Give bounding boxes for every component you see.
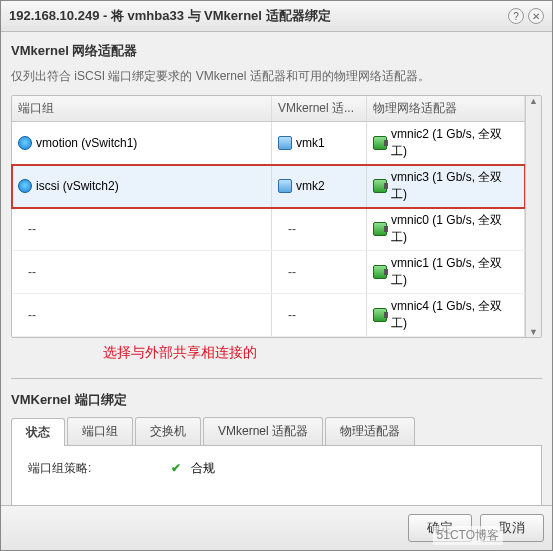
ok-button[interactable]: 确定 (408, 514, 472, 542)
dialog-footer: 确定 取消 (1, 505, 552, 550)
close-icon[interactable]: ✕ (528, 8, 544, 24)
nic-icon (373, 136, 387, 150)
table-row[interactable]: vmotion (vSwitch1)vmk1vmnic2 (1 Gb/s, 全双… (12, 122, 525, 165)
dialog-title: 192.168.10.249 - 将 vmhba33 与 VMkernel 适配… (9, 7, 504, 25)
help-icon[interactable]: ? (508, 8, 524, 24)
portgroup-icon (18, 179, 32, 193)
nic-name: vmnic1 (1 Gb/s, 全双工) (391, 255, 518, 289)
nic-name: vmnic0 (1 Gb/s, 全双工) (391, 212, 518, 246)
annotation-text: 选择与外部共享相连接的 (11, 338, 542, 370)
divider (11, 378, 542, 379)
table-header: 端口组 VMkernel 适... 物理网络适配器 (12, 96, 525, 122)
tab-1[interactable]: 端口组 (67, 417, 133, 445)
vmk-icon (278, 136, 292, 150)
vmkernel-heading: VMkernel 网络适配器 (11, 42, 542, 60)
vmkernel-desc: 仅列出符合 iSCSI 端口绑定要求的 VMkernel 适配器和可用的物理网络… (11, 68, 542, 85)
tab-0[interactable]: 状态 (11, 418, 65, 446)
policy-label: 端口组策略: (28, 460, 91, 477)
table-row[interactable]: ----vmnic1 (1 Gb/s, 全双工) (12, 251, 525, 294)
nic-icon (373, 308, 387, 322)
portgroup-name: -- (18, 308, 36, 322)
portgroup-name: vmotion (vSwitch1) (36, 136, 137, 150)
adapter-table: 端口组 VMkernel 适... 物理网络适配器 vmotion (vSwit… (11, 95, 542, 338)
col-vmkernel[interactable]: VMkernel 适... (272, 96, 367, 121)
nic-name: vmnic3 (1 Gb/s, 全双工) (391, 169, 518, 203)
binding-heading: VMKernel 端口绑定 (11, 391, 542, 409)
policy-value: ✔ 合规 (171, 460, 214, 477)
titlebar: 192.168.10.249 - 将 vmhba33 与 VMkernel 适配… (1, 1, 552, 32)
check-icon: ✔ (171, 461, 181, 475)
col-physical[interactable]: 物理网络适配器 (367, 96, 525, 121)
nic-icon (373, 222, 387, 236)
col-portgroup[interactable]: 端口组 (12, 96, 272, 121)
vmk-name: -- (278, 265, 296, 279)
portgroup-name: iscsi (vSwitch2) (36, 179, 119, 193)
tab-4[interactable]: 物理适配器 (325, 417, 415, 445)
tab-3[interactable]: VMkernel 适配器 (203, 417, 323, 445)
nic-name: vmnic4 (1 Gb/s, 全双工) (391, 298, 518, 332)
table-row[interactable]: iscsi (vSwitch2)vmk2vmnic3 (1 Gb/s, 全双工) (12, 165, 525, 208)
tabs: 状态端口组交换机VMkernel 适配器物理适配器 (11, 417, 542, 446)
table-row[interactable]: ----vmnic4 (1 Gb/s, 全双工) (12, 294, 525, 337)
tab-2[interactable]: 交换机 (135, 417, 201, 445)
tab-panel-status: 端口组策略: ✔ 合规 (11, 446, 542, 505)
nic-icon (373, 265, 387, 279)
scrollbar[interactable]: ▲▼ (525, 96, 541, 337)
vmk-name: -- (278, 222, 296, 236)
vmk-name: vmk1 (296, 136, 325, 150)
nic-icon (373, 179, 387, 193)
portgroup-name: -- (18, 222, 36, 236)
vmk-name: -- (278, 308, 296, 322)
cancel-button[interactable]: 取消 (480, 514, 544, 542)
vmk-name: vmk2 (296, 179, 325, 193)
vmk-icon (278, 179, 292, 193)
nic-name: vmnic2 (1 Gb/s, 全双工) (391, 126, 518, 160)
table-row[interactable]: ----vmnic0 (1 Gb/s, 全双工) (12, 208, 525, 251)
portgroup-name: -- (18, 265, 36, 279)
portgroup-icon (18, 136, 32, 150)
